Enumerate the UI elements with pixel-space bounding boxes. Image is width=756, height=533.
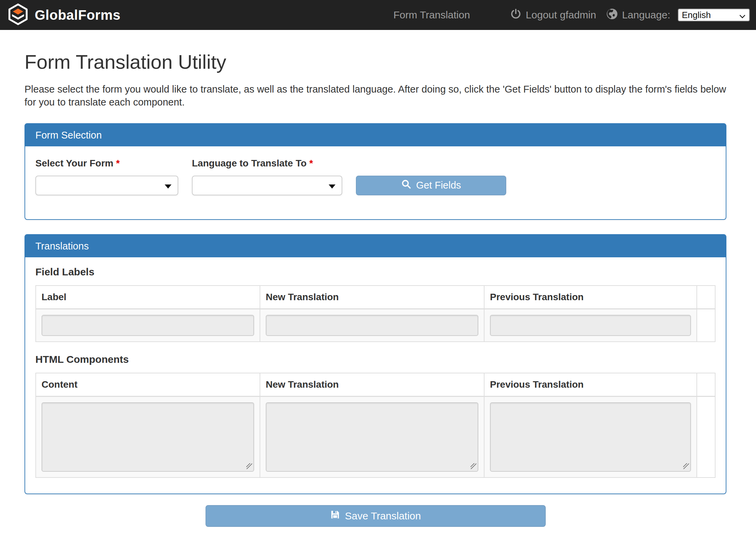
nav-item-form-translation[interactable]: Form Translation — [393, 9, 470, 21]
globalforms-logo-icon — [8, 3, 28, 27]
field-labels-header-row: Label New Translation Previous Translati… — [36, 286, 715, 309]
navbar-right: Logout gfadmin Language: English — [510, 8, 750, 22]
brand-text: GlobalForms — [35, 7, 120, 23]
logout-label: Logout gfadmin — [526, 9, 596, 21]
previous-translation-textarea[interactable] — [490, 402, 691, 472]
column-header-new-translation: New Translation — [260, 286, 484, 309]
previous-translation-input[interactable] — [490, 315, 691, 336]
language-select-wrap: English — [678, 9, 750, 21]
save-translation-button[interactable]: Save Translation — [206, 505, 546, 527]
required-asterisk: * — [116, 158, 120, 168]
column-header-new-translation: New Translation — [260, 373, 484, 397]
label-input[interactable] — [42, 315, 254, 336]
brand-link[interactable]: GlobalForms — [8, 3, 120, 27]
table-row — [36, 396, 715, 478]
form-selection-panel-header: Form Selection — [25, 124, 726, 146]
column-header-blank — [697, 373, 715, 397]
translations-panel-header: Translations — [25, 235, 726, 257]
previous-translation-textarea-wrap — [490, 402, 691, 472]
content-textarea[interactable] — [42, 402, 254, 472]
page-description: Please select the form you would like to… — [24, 83, 726, 109]
blank-cell — [697, 309, 715, 342]
caret-down-icon — [165, 184, 171, 189]
select-form-label: Select Your Form * — [35, 158, 178, 169]
form-select-dropdown[interactable] — [35, 176, 178, 195]
column-header-content: Content — [36, 373, 260, 397]
search-icon — [401, 179, 411, 192]
language-select-dropdown[interactable] — [192, 176, 342, 195]
column-header-blank — [697, 286, 715, 309]
language-translate-group: Language to Translate To * — [192, 158, 342, 195]
html-components-heading: HTML Components — [35, 354, 716, 365]
field-labels-heading: Field Labels — [35, 266, 716, 278]
field-labels-table: Label New Translation Previous Translati… — [35, 285, 716, 342]
new-translation-textarea-wrap — [266, 402, 478, 472]
language-select[interactable]: English — [678, 9, 750, 21]
form-selection-panel-body: Select Your Form * Language to Translate… — [25, 146, 726, 219]
get-fields-group: Get Fields — [356, 176, 506, 195]
logout-link[interactable]: Logout gfadmin — [510, 8, 596, 22]
blank-cell — [697, 396, 715, 478]
column-header-label: Label — [36, 286, 260, 309]
main-content: Form Translation Utility Please select t… — [24, 50, 726, 527]
new-translation-textarea[interactable] — [266, 402, 478, 472]
content-textarea-wrap — [42, 402, 254, 472]
floppy-disk-icon — [330, 510, 340, 522]
get-fields-button[interactable]: Get Fields — [356, 176, 506, 195]
html-components-header-row: Content New Translation Previous Transla… — [36, 373, 715, 397]
html-components-table: Content New Translation Previous Transla… — [35, 373, 716, 478]
translations-panel: Translations Field Labels Label New Tran… — [24, 234, 726, 494]
form-selection-panel: Form Selection Select Your Form * Langua… — [24, 123, 726, 220]
select-form-group: Select Your Form * — [35, 158, 178, 195]
new-translation-input[interactable] — [266, 315, 478, 336]
caret-down-icon — [329, 184, 335, 189]
navbar: GlobalForms Form Translation Logout gfad… — [0, 0, 756, 30]
page-title: Form Translation Utility — [24, 50, 726, 73]
column-header-previous-translation: Previous Translation — [484, 373, 697, 397]
column-header-previous-translation: Previous Translation — [484, 286, 697, 309]
language-label: Language: — [622, 9, 670, 21]
required-asterisk: * — [309, 158, 313, 168]
globe-icon — [606, 8, 618, 22]
power-icon — [510, 8, 522, 22]
table-row — [36, 309, 715, 342]
translations-panel-body: Field Labels Label New Translation Previ… — [25, 257, 726, 494]
language-translate-label: Language to Translate To * — [192, 158, 342, 169]
